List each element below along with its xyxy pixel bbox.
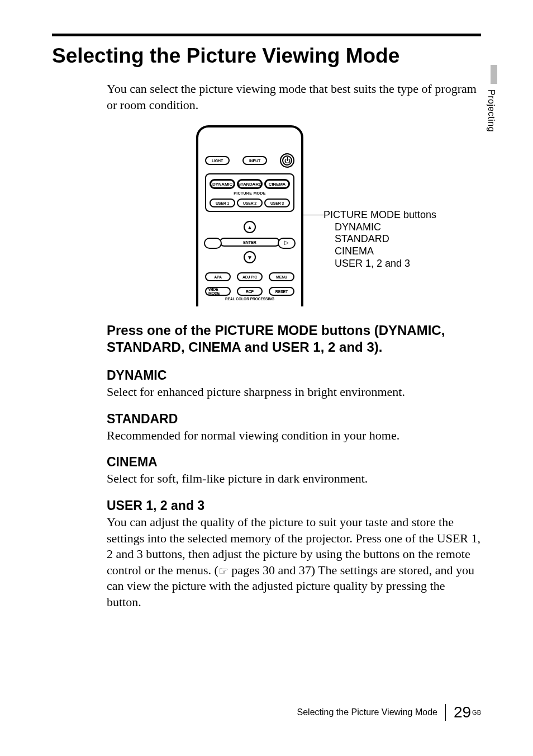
arrow-up-icon: ▲ [244,221,256,233]
instruction-heading: Press one of the PICTURE MODE buttons (D… [107,322,481,356]
remote-user3-button: USER 3 [264,199,290,207]
callout-item: USER 1, 2 and 3 [335,258,436,270]
remote-adjpic-button: ADJ PIC [237,272,263,281]
remote-rcp-button: RCP [237,287,263,296]
callout-item: DYNAMIC [335,221,436,234]
power-icon: ⏻ [280,153,294,168]
remote-user2-button: USER 2 [237,199,263,207]
nav-cluster: ▲ ◁ ENTER ▷ ▼ [205,215,294,267]
mode-dynamic-heading: DYNAMIC [107,368,481,383]
page-title: Selecting the Picture Viewing Mode [52,44,481,68]
mode-cinema-heading: CINEMA [107,455,481,470]
callout-title: PICTURE MODE buttons [323,209,436,220]
title-rule [52,34,481,36]
callout-item: CINEMA [335,245,436,258]
remote-menu-button: MENU [269,272,294,281]
rcp-label: REAL COLOR PROCESSING [205,297,294,301]
remote-widemode-button: WIDE MODE [205,287,231,296]
mode-cinema-text: Select for soft, film-like picture in da… [107,471,481,487]
mode-user-heading: USER 1, 2 and 3 [107,498,481,513]
picture-mode-group: DYNAMIC STANDARD CINEMA PICTURE MODE USE… [205,173,294,212]
mode-standard-text: Recommended for normal viewing condition… [107,428,481,444]
remote-dynamic-button: DYNAMIC [210,179,235,189]
mode-dynamic-text: Select for enhanced picture sharpness in… [107,384,481,400]
remote-input-button: INPUT [242,156,267,165]
remote-cinema-button: CINEMA [264,179,290,189]
arrow-down-icon: ▼ [244,251,256,263]
mode-user-ref: pages 30 and 37 [229,563,311,577]
arrow-right-icon: ▷ [284,239,289,245]
footer-divider [445,704,446,721]
page-number: 29 [454,703,471,721]
page-lang: GB [472,709,481,716]
remote-user1-button: USER 1 [210,199,235,207]
callout-item: STANDARD [335,233,436,245]
remote-apa-button: APA [205,272,231,281]
remote-standard-button: STANDARD [237,179,263,189]
mode-standard-heading: STANDARD [107,412,481,427]
remote-reset-button: RESET [269,287,294,296]
callout-leader-line [303,215,326,215]
page-footer: Selecting the Picture Viewing Mode 29 GB [297,703,481,721]
remote-light-button: LIGHT [205,156,230,165]
tab-marker [491,65,497,84]
mode-user-text: You can adjust the quality of the pictur… [107,514,481,611]
reference-icon: ☞ [218,564,229,578]
callout-text: PICTURE MODE buttons DYNAMIC STANDARD CI… [323,209,436,270]
picture-mode-label: PICTURE MODE [210,191,290,195]
intro-text: You can select the picture viewing mode … [107,81,481,113]
remote-illustration: LIGHT INPUT ⏻ DYNAMIC STANDARD CINEMA PI… [196,125,303,306]
remote-enter-button: ENTER [220,238,280,247]
tab-label: Projecting [486,89,496,132]
footer-title: Selecting the Picture Viewing Mode [297,707,437,717]
section-tab: Projecting [479,65,493,129]
